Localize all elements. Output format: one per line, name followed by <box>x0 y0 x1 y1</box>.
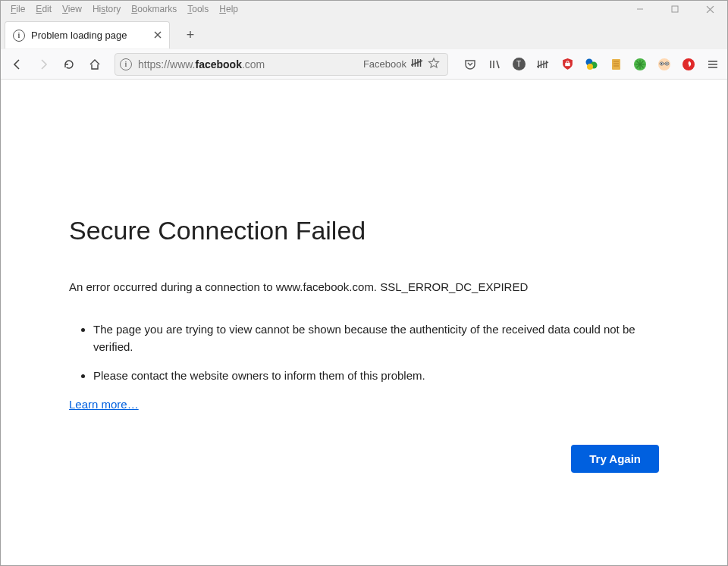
window-minimize-button[interactable] <box>623 1 657 17</box>
ext-tally-icon[interactable] <box>536 58 550 71</box>
error-bullet-list: The page you are trying to view cannot b… <box>69 321 659 384</box>
ext-idm-icon[interactable] <box>585 58 598 71</box>
hamburger-menu-icon[interactable] <box>706 58 720 71</box>
svg-point-35 <box>661 63 663 64</box>
toolbar: i https://www.facebook.com Facebook T <box>1 49 727 80</box>
ext-green-icon[interactable] <box>633 58 647 71</box>
reload-button[interactable] <box>60 55 78 73</box>
learn-more-link[interactable]: Learn more… <box>69 398 139 411</box>
ext-red-icon[interactable] <box>682 58 695 71</box>
menu-file[interactable]: File <box>5 2 30 16</box>
tracker-count-icon[interactable] <box>411 58 423 70</box>
menu-view[interactable]: View <box>57 2 87 16</box>
url-suffix-group: Facebook <box>363 57 443 71</box>
container-badge: Facebook <box>363 58 406 70</box>
forward-button[interactable] <box>34 55 52 73</box>
toolbar-extensions: T <box>459 58 720 71</box>
insecure-info-icon[interactable]: i <box>120 58 132 70</box>
window-controls <box>623 1 727 17</box>
error-bullet: Please contact the website owners to inf… <box>93 367 659 384</box>
new-tab-button[interactable]: + <box>179 23 202 46</box>
error-bullet: The page you are trying to view cannot b… <box>93 321 659 356</box>
error-description: An error occurred during a connection to… <box>69 280 659 293</box>
svg-point-23 <box>587 64 593 70</box>
menu-bookmarks[interactable]: Bookmarks <box>126 2 182 16</box>
window-maximize-button[interactable] <box>657 1 692 17</box>
ext-ublock-icon[interactable] <box>560 58 574 71</box>
window-close-button[interactable] <box>692 1 727 17</box>
menu-history[interactable]: History <box>87 2 126 16</box>
url-bar[interactable]: i https://www.facebook.com Facebook <box>115 53 448 76</box>
back-button[interactable] <box>8 55 27 73</box>
bookmark-star-icon[interactable] <box>428 57 440 71</box>
home-button[interactable] <box>86 55 104 73</box>
url-text: https://www.facebook.com <box>138 58 363 70</box>
svg-point-36 <box>667 63 668 64</box>
library-icon[interactable] <box>488 58 501 71</box>
button-row: Try Again <box>69 445 659 473</box>
ext-notes-icon[interactable] <box>609 58 623 71</box>
menubar: File Edit View History Bookmarks Tools H… <box>1 1 727 17</box>
svg-rect-24 <box>612 59 620 70</box>
ext-tab-icon[interactable]: T <box>512 58 526 71</box>
close-tab-icon[interactable] <box>154 30 162 41</box>
ext-face-icon[interactable] <box>657 58 671 71</box>
menu-edit[interactable]: Edit <box>30 2 57 16</box>
svg-line-13 <box>497 61 499 68</box>
error-title: Secure Connection Failed <box>69 216 659 245</box>
active-tab[interactable]: i Problem loading page <box>5 21 170 48</box>
tab-title: Problem loading page <box>31 30 127 41</box>
svg-rect-1 <box>672 6 678 12</box>
menu-help[interactable]: Help <box>214 2 243 16</box>
info-icon: i <box>13 30 25 42</box>
error-page: Secure Connection Failed An error occurr… <box>1 80 727 566</box>
menu-tools[interactable]: Tools <box>182 2 214 16</box>
tab-strip: i Problem loading page + <box>1 17 727 49</box>
try-again-button[interactable]: Try Again <box>571 445 659 473</box>
pocket-icon[interactable] <box>463 58 477 71</box>
